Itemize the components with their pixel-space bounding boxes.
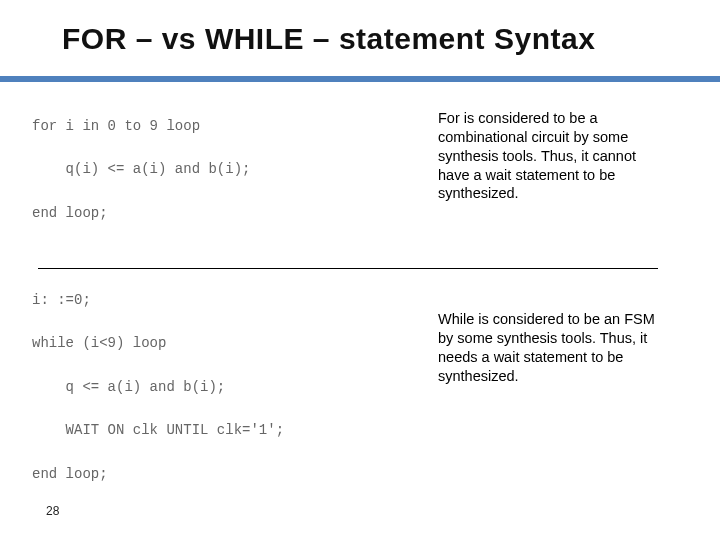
title-underline (0, 76, 720, 82)
slide: FOR – vs WHILE – statement Syntax for i … (0, 0, 720, 540)
page-number: 28 (46, 504, 59, 518)
slide-title: FOR – vs WHILE – statement Syntax (62, 22, 680, 56)
code-block-for: for i in 0 to 9 loop q(i) <= a(i) and b(… (32, 116, 392, 224)
description-while: While is considered to be an FSM by some… (438, 310, 668, 385)
code-block-while: i: :=0; while (i<9) loop q <= a(i) and b… (32, 290, 392, 485)
section-divider (38, 268, 658, 269)
description-for: For is considered to be a combinational … (438, 109, 668, 203)
